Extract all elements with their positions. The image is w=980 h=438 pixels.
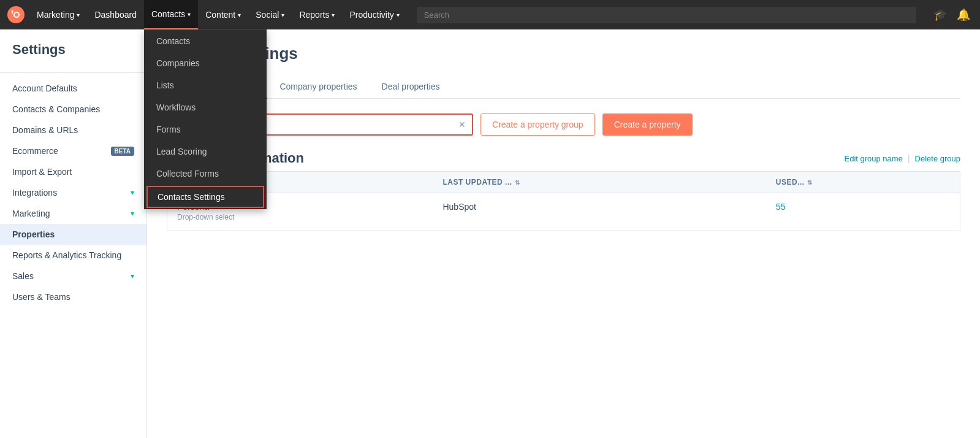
create-property-button[interactable]: Create a property (602, 113, 693, 136)
contacts-dropdown: Contacts Companies Lists Workflows Forms… (144, 29, 267, 209)
nav-search (417, 7, 916, 23)
table-cell-updated: HubSpot (433, 193, 765, 231)
main-content: Property settings Contact properties Com… (147, 29, 980, 438)
tab-deal-properties[interactable]: Deal properties (370, 75, 452, 99)
sidebar-title: Settings (0, 42, 146, 67)
tab-company-properties[interactable]: Company properties (267, 75, 369, 99)
create-property-group-button[interactable]: Create a property group (481, 113, 595, 136)
group-action-separator: | (908, 153, 910, 163)
sidebar-item-integrations[interactable]: Integrations ▾ (0, 182, 146, 203)
content-caret: ▾ (238, 12, 241, 18)
sidebar-item-account-defaults[interactable]: Account Defaults (0, 78, 146, 99)
sidebar-item-contacts-companies[interactable]: Contacts & Companies (0, 99, 146, 120)
social-caret: ▾ (281, 12, 284, 18)
dropdown-item-workflows[interactable]: Workflows (144, 96, 267, 118)
nav-item-reports[interactable]: Reports ▾ (292, 0, 342, 29)
nav-item-dashboard[interactable]: Dashboard (87, 0, 144, 29)
search-actions-row: persona ✕ Create a property group Create… (167, 113, 960, 136)
productivity-caret: ▾ (397, 12, 400, 18)
page-title: Property settings (167, 44, 960, 63)
dropdown-item-collected-forms[interactable]: Collected Forms (144, 163, 267, 185)
nav-item-social[interactable]: Social ▾ (248, 0, 292, 29)
used-sort-icon[interactable]: ⇅ (807, 179, 813, 186)
integrations-chevron: ▾ (131, 188, 134, 197)
group-actions: Edit group name | Delete group (845, 153, 961, 163)
properties-table: LAB... ⇅ LAST UPDATED ... ⇅ (167, 171, 960, 231)
hubspot-logo[interactable] (7, 6, 25, 23)
sidebar-divider-1 (0, 72, 146, 73)
group-section: ▾ Contact information Edit group name | … (167, 150, 960, 231)
top-nav: Marketing ▾ Dashboard Contacts ▾ Contact… (0, 0, 980, 29)
svg-point-3 (12, 10, 13, 12)
contacts-caret: ▾ (188, 11, 191, 18)
nav-item-contacts-wrapper: Contacts ▾ Contacts Companies Lists Work… (144, 0, 198, 29)
dropdown-item-forms[interactable]: Forms (144, 118, 267, 140)
sidebar-item-ecommerce[interactable]: Ecommerce BETA (0, 140, 146, 161)
nav-item-contacts[interactable]: Contacts ▾ (144, 0, 198, 29)
sidebar: Settings Account Defaults Contacts & Com… (0, 29, 147, 438)
property-updated-value: HubSpot (443, 202, 476, 212)
nav-item-content[interactable]: Content ▾ (198, 0, 248, 29)
last-updated-sort-icon[interactable]: ⇅ (515, 179, 520, 186)
delete-group-link[interactable]: Delete group (915, 154, 960, 163)
clear-search-button[interactable]: ✕ (452, 115, 472, 134)
notifications-icon[interactable]: 🔔 (954, 6, 973, 24)
academy-icon[interactable]: 🎓 (931, 6, 949, 24)
reports-caret: ▾ (332, 12, 335, 18)
table-header: LAB... ⇅ LAST UPDATED ... ⇅ (167, 172, 960, 193)
col-last-updated: LAST UPDATED ... ⇅ (433, 172, 765, 193)
sidebar-item-marketing[interactable]: Marketing ▾ (0, 203, 146, 224)
table-header-row: LAB... ⇅ LAST UPDATED ... ⇅ (167, 172, 960, 193)
nav-icons: 🎓 🔔 (931, 6, 973, 24)
marketing-chevron: ▾ (131, 209, 134, 218)
property-used-value: 55 (776, 202, 786, 212)
col-used: USED... ⇅ (766, 172, 960, 193)
marketing-caret: ▾ (77, 12, 80, 18)
sidebar-item-sales[interactable]: Sales ▾ (0, 266, 146, 286)
sidebar-item-import-export[interactable]: Import & Export (0, 161, 146, 182)
sidebar-item-properties[interactable]: Properties (0, 224, 146, 245)
dropdown-item-lead-scoring[interactable]: Lead Scoring (144, 140, 267, 163)
edit-group-name-link[interactable]: Edit group name (845, 154, 903, 163)
beta-badge: BETA (111, 147, 134, 156)
sales-chevron: ▾ (131, 272, 134, 280)
table-row: Persona Drop-down select HubSpot 55 (167, 193, 960, 231)
dropdown-item-companies[interactable]: Companies (144, 52, 267, 74)
tabs-row: Contact properties Company properties De… (167, 75, 960, 99)
group-header: ▾ Contact information Edit group name | … (167, 150, 960, 166)
property-type: Drop-down select (177, 213, 423, 221)
dropdown-item-contacts[interactable]: Contacts (144, 30, 267, 52)
table-cell-used: 55 (766, 193, 960, 231)
sidebar-item-users-teams[interactable]: Users & Teams (0, 286, 146, 307)
nav-item-productivity[interactable]: Productivity ▾ (342, 0, 406, 29)
search-input[interactable] (417, 7, 916, 23)
dropdown-item-contacts-settings[interactable]: Contacts Settings (146, 186, 264, 208)
nav-item-marketing[interactable]: Marketing ▾ (29, 0, 87, 29)
sidebar-item-reports-analytics[interactable]: Reports & Analytics Tracking (0, 245, 146, 266)
sidebar-item-domains[interactable]: Domains & URLs (0, 120, 146, 140)
svg-point-1 (15, 13, 18, 17)
table-body: Persona Drop-down select HubSpot 55 (167, 193, 960, 231)
dropdown-item-lists[interactable]: Lists (144, 74, 267, 96)
